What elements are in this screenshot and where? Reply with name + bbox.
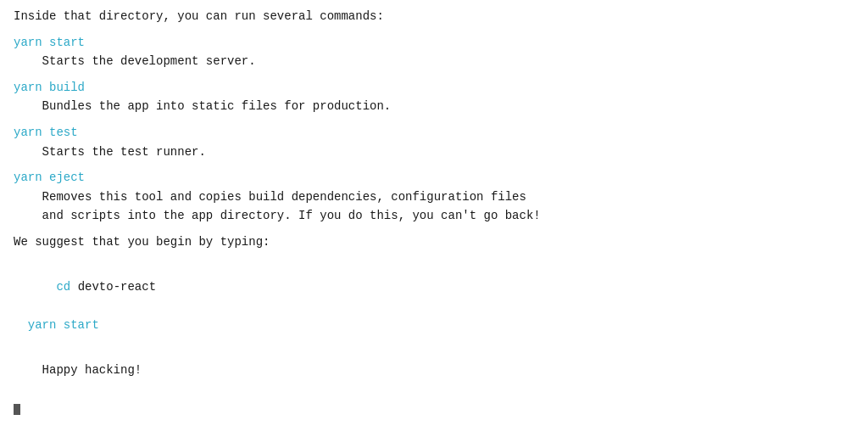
intro-line: Inside that directory, you can run sever… <box>14 7 854 25</box>
closing-line: Happy hacking! <box>14 342 854 399</box>
cmd-yarn-eject: yarn eject <box>14 168 854 187</box>
cmd-yarn-start-desc: Starts the development server. <box>28 52 854 70</box>
cmd-yarn-test: yarn test <box>14 123 854 142</box>
spacer-7 <box>14 334 854 341</box>
cmd-yarn-start: yarn start <box>14 33 854 52</box>
spacer-2 <box>14 71 854 78</box>
suggest-cmd-block: cd devto-react <box>14 259 854 316</box>
cmd-yarn-build: yarn build <box>14 78 854 97</box>
suggest-cd-cmd: cd <box>42 280 78 294</box>
cmd-yarn-build-desc: Bundles the app into static files for pr… <box>28 97 854 115</box>
spacer-6 <box>14 251 854 258</box>
main-content: Inside that directory, you can run sever… <box>14 7 854 417</box>
suggest-line: We suggest that you begin by typing: <box>14 233 854 251</box>
spacer-4 <box>14 161 854 168</box>
cmd-yarn-test-desc: Starts the test runner. <box>28 143 854 161</box>
spacer-5 <box>14 225 854 232</box>
suggest-yarn-start: yarn start <box>14 316 854 334</box>
suggest-cd-arg: devto-react <box>78 280 156 294</box>
cmd-yarn-eject-desc-2: and scripts into the app directory. If y… <box>28 206 854 225</box>
terminal-cursor <box>14 404 20 415</box>
spacer-3 <box>14 116 854 123</box>
spacer-1 <box>14 25 854 32</box>
cmd-yarn-eject-desc-1: Removes this tool and copies build depen… <box>28 188 854 206</box>
